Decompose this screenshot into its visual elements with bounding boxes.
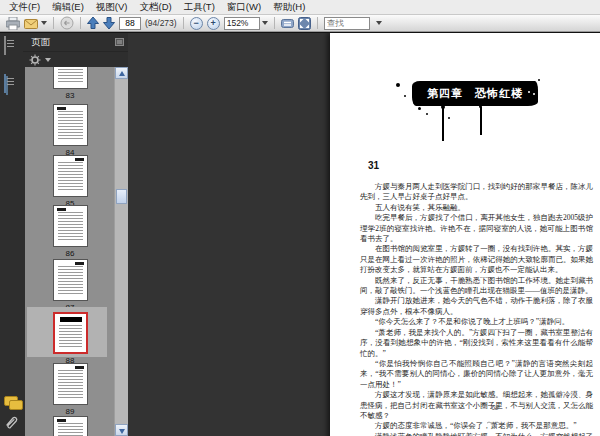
paragraph: “你是怕我怜悯你自己不能照顾自己吧？”潇静的言语突然尖刻起来，“我不需要别人的同… (360, 359, 593, 390)
page-thumbnail[interactable] (53, 312, 88, 354)
print-button[interactable] (6, 16, 20, 30)
previous-view-icon (60, 16, 74, 30)
zoom-in-button[interactable] (207, 17, 220, 30)
fullscreen-button[interactable] (298, 16, 311, 30)
paragraph: 潇静开门放她进来，她今天的气色不错，动作干脆利落，除了衣服穿得多点外，根本不像病… (360, 296, 593, 317)
scrollbar-thumb[interactable] (116, 189, 127, 204)
thumbnails-viewport: 83 84 85 86 (25, 67, 128, 436)
email-button[interactable] (24, 16, 47, 30)
chapter-banner: 第四章 恐怖红楼 (412, 81, 538, 106)
page-thumbnail[interactable] (53, 205, 88, 247)
panel-menu-icon[interactable] (115, 38, 124, 46)
menu-help[interactable]: 帮助(H) (267, 0, 311, 14)
scroll-mode-button[interactable] (281, 16, 294, 30)
menu-edit[interactable]: 编辑(E) (46, 0, 90, 14)
paragraph: 方媛与秦月两人走到医学院门口，找到约好的那家早餐店，陈冰儿先到，三人早占好桌子点… (360, 182, 593, 203)
page-thumbnail[interactable] (53, 155, 88, 197)
paragraph: 五人有说有笑，其乐融融。 (360, 203, 593, 213)
comments-panel-tab[interactable] (4, 396, 22, 410)
thumbnails-list: 83 84 85 86 (25, 67, 115, 436)
toolbar-separator (317, 17, 318, 29)
header-mark (57, 107, 66, 110)
toolbar-separator (183, 17, 184, 29)
page-thumbnail[interactable] (53, 363, 88, 405)
paragraph: 潇静浅蓝色的瞳孔静静地盯着方媛，不知为什么，方媛突然想起了441女生 (360, 432, 593, 436)
page-thumbnail[interactable] (53, 416, 88, 436)
ink-splatter (418, 107, 421, 110)
pages-panel-title: 页面 (23, 36, 115, 49)
ink-splatter (538, 79, 540, 81)
thumbnails-scrollbar[interactable] (114, 67, 128, 436)
email-caret-icon[interactable] (41, 21, 47, 25)
thumbnail-page-88-selected[interactable]: 88 (25, 312, 115, 365)
page-thumbnail[interactable] (53, 259, 88, 301)
page-thumbnail[interactable] (53, 67, 88, 89)
attachments-panel-icon (4, 415, 20, 431)
ink-splatter (448, 117, 450, 119)
thumbnail-page-87[interactable]: 87 (25, 259, 115, 312)
chapter-banner-mark (60, 317, 82, 322)
thumbnail-label: 83 (25, 91, 115, 100)
thumbnail-page-85[interactable]: 85 (25, 155, 115, 208)
layers-panel-icon (4, 74, 6, 93)
zoom-level-select[interactable]: 152% (224, 16, 268, 30)
thumbnail-text-lines (58, 162, 83, 192)
section-number: 31 (368, 160, 379, 171)
menu-view[interactable]: 视图(V) (90, 0, 134, 14)
footer-flourish (487, 421, 503, 425)
scroll-mode-icon (281, 17, 294, 30)
menu-tools[interactable]: 工具(T) (178, 0, 221, 14)
zoom-level-value: 152% (224, 17, 260, 30)
paragraph: 吃完早餐后，方媛找了个借口，离开其他女生，独自跑去2005级护理学2班的寝室找许… (360, 213, 593, 244)
menu-file[interactable]: 文件(F) (3, 0, 46, 14)
previous-view-button (60, 16, 74, 30)
menu-bar: 文件(F) 编辑(E) 视图(V) 文档(D) 工具(T) 窗口(W) 帮助(H… (0, 0, 600, 15)
attachments-panel-tab[interactable] (4, 415, 20, 435)
page-thumbnail[interactable] (53, 104, 88, 146)
scroll-up-arrow-icon[interactable] (115, 67, 128, 79)
previous-page-button[interactable] (87, 16, 99, 30)
document-page: 第四章 恐怖红楼 31 方媛与秦月两人走到医学院门口，找到约好的那家早餐店，陈冰… (330, 33, 600, 436)
thumbnail-page-86[interactable]: 86 (25, 205, 115, 258)
zoom-caret-icon[interactable] (262, 21, 268, 25)
email-icon (24, 18, 39, 29)
options-gear-icon[interactable] (29, 54, 41, 66)
header-mark (57, 419, 66, 422)
paragraph: 既然来了，反正无事，干脆熟悉下图书馆的工作环境。她走到藏书间，敲了敲铁门。一个浅… (360, 276, 593, 297)
printed-page-number: 68 (390, 404, 600, 411)
paragraph: “你今天怎么来了？不是和你说了晚上才上班吗？”潇静问。 (360, 317, 593, 327)
page-number-input[interactable] (119, 17, 141, 30)
pdf-reader-window: 文件(F) 编辑(E) 视图(V) 文档(D) 工具(T) 窗口(W) 帮助(H… (0, 0, 600, 436)
ink-splatter (396, 83, 400, 87)
paragraph: 在图书馆的阅览室里，方媛转了一圈，没有找到许艳。其实，方媛只是在网上看过一次许艳… (360, 244, 593, 275)
ink-splatter (426, 113, 428, 115)
header-mark (75, 366, 84, 369)
pages-panel-tab[interactable] (4, 37, 6, 55)
next-page-button[interactable] (103, 16, 115, 30)
search-input[interactable] (324, 17, 370, 30)
search-caret-icon[interactable] (376, 21, 382, 25)
thumbnail-page-84[interactable]: 84 (25, 104, 115, 157)
document-view[interactable]: 第四章 恐怖红楼 31 方媛与秦月两人走到医学院门口，找到约好的那家早餐店，陈冰… (128, 33, 600, 436)
pages-panel: 页面 83 (23, 33, 128, 436)
thumbnail-page-83[interactable]: 83 (25, 67, 115, 100)
menu-document[interactable]: 文档(D) (133, 0, 177, 14)
options-caret-icon[interactable] (45, 58, 51, 62)
navigation-icon-strip (0, 33, 24, 436)
layers-panel-tab[interactable] (4, 75, 6, 93)
toolbar-separator (53, 17, 54, 29)
body-text: 方媛与秦月两人走到医学院门口，找到约好的那家早餐店，陈冰儿先到，三人早占好桌子点… (360, 182, 593, 436)
chapter-title: 第四章 恐怖红楼 (427, 86, 523, 101)
zoom-out-button[interactable] (190, 17, 203, 30)
page-up-icon (87, 17, 99, 29)
thumbnail-text-lines (58, 212, 83, 242)
scroll-down-arrow-icon[interactable] (115, 424, 128, 436)
menu-window[interactable]: 窗口(W) (221, 0, 267, 14)
page-count-label: (94/273) (145, 18, 177, 28)
header-mark (75, 158, 84, 161)
toolbar: (94/273) 152% (0, 15, 600, 32)
print-icon (6, 17, 20, 30)
thumbnail-page-89[interactable]: 89 (25, 363, 115, 416)
thumbnail-page-90[interactable] (25, 416, 115, 436)
fullscreen-icon (298, 17, 311, 30)
